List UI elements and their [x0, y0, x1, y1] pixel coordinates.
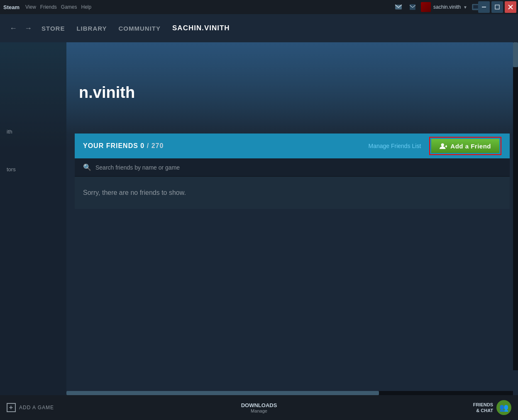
add-friend-label: Add a Friend	[450, 143, 491, 150]
svg-rect-2	[473, 5, 478, 9]
add-game-button[interactable]: + ADD A GAME	[7, 403, 54, 412]
friends-chat-label: FRIENDS& CHAT	[473, 402, 493, 414]
help-menu-item[interactable]: Help	[81, 4, 92, 10]
back-button[interactable]: ←	[7, 22, 20, 35]
nav-username[interactable]: SACHIN.VINITH	[167, 21, 235, 36]
no-friends-text: Sorry, there are no friends to show.	[83, 189, 186, 196]
mail-icon[interactable]	[407, 1, 418, 13]
games-menu-item[interactable]: Games	[61, 4, 77, 10]
sidebar-item-tors[interactable]: tors	[0, 163, 66, 176]
nav-library[interactable]: LIBRARY	[71, 22, 112, 35]
friends-count-separator: /	[147, 142, 149, 149]
profile-name: n.vinith	[79, 84, 518, 102]
scrollbar-thumb[interactable]	[513, 42, 518, 67]
sidebar-item-ith[interactable]: ith	[0, 125, 66, 138]
close-button[interactable]	[505, 1, 516, 13]
maximize-button[interactable]	[491, 1, 503, 13]
title-bar: Steam View Friends Games Help sachin.vin…	[0, 0, 518, 14]
user-name-label[interactable]: sachin.vinith	[433, 4, 461, 10]
friends-section: YOUR FRIENDS 0 / 270 Manage Friends List…	[66, 134, 518, 209]
forward-button[interactable]: →	[22, 22, 35, 35]
add-friend-button-wrapper: Add a Friend	[429, 137, 501, 155]
manage-friends-button[interactable]: Manage Friends List	[368, 143, 421, 149]
friends-menu-item[interactable]: Friends	[40, 4, 57, 10]
svg-point-7	[441, 143, 444, 146]
friends-title: YOUR FRIENDS 0 / 270	[83, 142, 368, 150]
nav-bar: ← → STORE LIBRARY COMMUNITY SACHIN.VINIT…	[0, 14, 518, 42]
search-bar: 🔍	[75, 158, 510, 177]
svg-rect-4	[495, 5, 499, 9]
downloads-label: DOWNLOADS	[241, 402, 277, 408]
scrollbar-track[interactable]	[513, 42, 518, 370]
notification-icon[interactable]	[393, 1, 404, 13]
horizontal-scrollbar[interactable]	[66, 391, 513, 395]
view-menu-item[interactable]: View	[25, 4, 36, 10]
profile-header: n.vinith	[66, 42, 518, 134]
steam-menu-item[interactable]: Steam	[3, 4, 20, 10]
downloads-section[interactable]: DOWNLOADS Manage	[241, 402, 277, 413]
user-dropdown-arrow[interactable]: ▼	[463, 5, 467, 10]
no-friends-message: Sorry, there are no friends to show.	[75, 177, 510, 209]
friends-chat-section: FRIENDS& CHAT 👥	[473, 400, 511, 415]
downloads-manage[interactable]: Manage	[241, 408, 277, 413]
friends-section-label: YOUR FRIENDS	[83, 142, 138, 149]
page-content: n.vinith YOUR FRIENDS 0 / 270 Manage Fri…	[66, 42, 518, 395]
search-input[interactable]	[95, 164, 253, 171]
title-bar-left: Steam View Friends Games Help	[3, 4, 91, 10]
friends-chat-icon: 👥	[499, 403, 508, 412]
add-friend-button[interactable]: Add a Friend	[431, 139, 499, 153]
user-area: sachin.vinith ▼	[393, 1, 481, 13]
nav-community[interactable]: COMMUNITY	[114, 22, 166, 35]
friends-count-total: 270	[151, 142, 164, 149]
minimize-button[interactable]	[478, 1, 490, 13]
friends-header: YOUR FRIENDS 0 / 270 Manage Friends List…	[75, 134, 510, 158]
add-game-label: ADD A GAME	[19, 405, 54, 410]
window-controls	[478, 0, 518, 14]
main-content: ith tors n.vinith YOUR FRIENDS 0 / 270 M…	[0, 42, 518, 395]
status-bar: + ADD A GAME DOWNLOADS Manage FRIENDS& C…	[0, 395, 518, 420]
svg-rect-9	[446, 145, 447, 147]
add-game-icon: +	[7, 403, 16, 412]
horizontal-scrollbar-thumb[interactable]	[66, 391, 379, 395]
friends-count: 0	[140, 142, 144, 149]
title-bar-menu: View Friends Games Help	[25, 4, 91, 10]
nav-store[interactable]: STORE	[37, 22, 70, 35]
svg-rect-3	[482, 7, 486, 7]
friends-chat-button[interactable]: 👥	[496, 400, 511, 415]
avatar	[421, 2, 431, 12]
sidebar: ith tors	[0, 42, 66, 395]
search-icon: 🔍	[83, 163, 91, 171]
